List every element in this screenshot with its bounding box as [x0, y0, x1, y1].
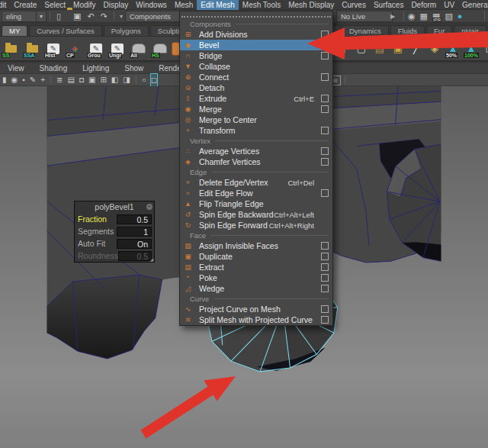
shelf-item-hist[interactable]: ✎Hist: [44, 40, 63, 58]
safe-action-icon[interactable]: ◧: [111, 74, 118, 86]
shelf-item-orange-piece[interactable]: ▮: [335, 40, 352, 58]
panel-menu-show[interactable]: Show: [117, 63, 151, 74]
shelf-tab-dynamics[interactable]: Dynamics: [342, 25, 389, 36]
new-scene-icon[interactable]: ▯: [56, 10, 61, 23]
menubar-item-select[interactable]: Select: [40, 0, 69, 10]
shelf-item-texture-stack[interactable]: ▤: [371, 40, 388, 58]
menu-item-extract[interactable]: ▤Extract: [180, 262, 332, 272]
option-box-icon[interactable]: [321, 73, 329, 81]
menu-item-delete-edge-vertex[interactable]: ×Delete Edge/VertexCtrl+Del: [180, 177, 332, 188]
menubar-item-create[interactable]: Create: [10, 0, 40, 10]
menu-item-connect[interactable]: ⊕Connect: [180, 72, 332, 82]
shelf-tab-fur[interactable]: Fur: [426, 25, 452, 36]
menu-item-split-mesh-with-projected-curve[interactable]: ≋Split Mesh with Projected Curve: [180, 314, 332, 325]
redo-icon[interactable]: ↷: [101, 10, 108, 23]
shelf-tab-curves-surfaces[interactable]: Curves / Surfaces: [29, 25, 102, 36]
option-box-icon[interactable]: [321, 316, 329, 324]
render-settings-icon[interactable]: ▧: [445, 11, 452, 21]
shelf-item-marquee[interactable]: ▢: [353, 40, 370, 58]
ipr-render-icon[interactable]: ▦IPR: [432, 11, 440, 21]
menu-item-duplicate[interactable]: ▣Duplicate: [180, 251, 332, 262]
menu-set-selector[interactable]: eling: [2, 11, 37, 22]
panel-menu-shading[interactable]: Shading: [32, 63, 75, 74]
option-box-icon[interactable]: [321, 52, 329, 60]
menu-item-average-vertices[interactable]: ∴Average Vertices: [180, 146, 332, 156]
menubar-item-deform[interactable]: Deform: [407, 0, 440, 10]
hud-value-field[interactable]: 0.5: [117, 214, 152, 224]
safe-title-icon[interactable]: ◨: [123, 74, 130, 86]
menu-item-poke[interactable]: *Poke: [180, 272, 332, 283]
menubar-item-edit-mesh[interactable]: Edit Mesh: [197, 0, 238, 10]
option-box-icon[interactable]: [321, 158, 329, 166]
two-d-pan-icon[interactable]: +: [40, 74, 45, 86]
shelf-tab-fluids[interactable]: Fluids: [390, 25, 425, 36]
option-box-icon[interactable]: [321, 105, 329, 113]
shelf-item-smooth-100[interactable]: ▲100%: [463, 40, 480, 58]
gate-mask-icon[interactable]: ▣: [88, 74, 95, 86]
option-box-icon[interactable]: [321, 285, 329, 292]
menu-item-flip-triangle-edge[interactable]: ▲Flip Triangle Edge: [180, 198, 332, 209]
menu-item-collapse[interactable]: ▼Collapse: [180, 61, 332, 72]
resolution-gate-icon[interactable]: ◘: [79, 74, 84, 86]
image-plane-icon[interactable]: ✎: [30, 74, 36, 86]
collapse-circle-icon[interactable]: −: [146, 204, 152, 210]
menu-item-project-curve-on-mesh[interactable]: ∿Project Curve on Mesh: [180, 304, 332, 314]
hypershade-sphere-icon[interactable]: ●: [458, 11, 463, 21]
menubar-item-display[interactable]: Display: [100, 0, 133, 10]
option-box-icon[interactable]: [321, 189, 329, 197]
menubar-item-surfaces[interactable]: Surfaces: [370, 0, 407, 10]
shelf-item-diamond[interactable]: ◈: [426, 40, 443, 58]
save-scene-icon[interactable]: ▣: [73, 10, 81, 23]
menu-item-spin-edge-backward[interactable]: ↺Spin Edge BackwardCtrl+Alt+Left: [180, 209, 332, 220]
shelf-item-all[interactable]: All: [130, 40, 148, 58]
undo-icon[interactable]: ↶: [87, 10, 94, 23]
option-box-icon[interactable]: [321, 274, 329, 282]
shelf-item-knife[interactable]: ╱: [408, 40, 425, 58]
menubar-item-edit[interactable]: Edit: [0, 0, 10, 10]
menu-item-chamfer-vertices[interactable]: ◈Chamfer Vertices: [180, 156, 332, 167]
menubar-item-mesh-tools[interactable]: Mesh Tools: [239, 0, 284, 10]
panel-menu-view[interactable]: View: [0, 63, 32, 74]
shelf-item-cube[interactable]: ◻: [481, 40, 488, 58]
camera-select-icon[interactable]: ◉: [11, 74, 18, 86]
camera-icon[interactable]: ▮: [2, 74, 7, 86]
menu-item-bevel[interactable]: ◆Bevel: [180, 40, 332, 50]
menu-item-transform[interactable]: +Transform: [180, 125, 332, 136]
shaded-cube-icon[interactable]: ◻: [151, 74, 157, 86]
option-box-icon[interactable]: [321, 41, 329, 49]
menu-set-caret-icon[interactable]: ▼: [37, 11, 47, 22]
option-box-icon[interactable]: [321, 31, 329, 38]
menubar-item-modify[interactable]: Modify: [69, 0, 99, 10]
shelf-item-grou[interactable]: ✎Grou: [87, 40, 105, 58]
option-box-icon[interactable]: [321, 95, 329, 102]
shelf-item-layers-add[interactable]: ▣: [390, 40, 406, 58]
expand-chevron-icon[interactable]: ▶: [390, 13, 395, 20]
shelf-tab-my[interactable]: MY: [2, 25, 27, 36]
menubar-item-curves[interactable]: Curves: [338, 0, 370, 10]
menu-item-assign-invisible-faces[interactable]: ▨Assign Invisible Faces: [180, 240, 332, 251]
shelf-item-smooth-50[interactable]: ▲50%: [445, 40, 461, 58]
menu-item-detach[interactable]: ⊖Detach: [180, 82, 332, 93]
menubar-item-windows[interactable]: Windows: [132, 0, 171, 10]
menu-item-edit-edge-flow[interactable]: ≈Edit Edge Flow: [180, 188, 332, 198]
shelf-item-ss[interactable]: SS: [2, 40, 20, 58]
menubar-item-mesh-display[interactable]: Mesh Display: [284, 0, 338, 10]
option-box-icon[interactable]: [321, 305, 329, 313]
hud-value-field[interactable]: On: [117, 239, 152, 249]
shelf-item-ssa[interactable]: SSA: [23, 40, 41, 58]
option-box-icon[interactable]: [321, 263, 329, 271]
menubar-item-mesh[interactable]: Mesh: [171, 0, 197, 10]
hud-value-field[interactable]: 1: [117, 227, 152, 237]
render-frame-icon[interactable]: ▦: [420, 11, 428, 21]
shelf-tab-nhair[interactable]: nHair: [454, 25, 486, 36]
menubar-item-uv[interactable]: UV: [440, 0, 458, 10]
menu-item-extrude[interactable]: ⇧ExtrudeCtrl+E: [180, 93, 332, 104]
panel-menu-lighting[interactable]: Lighting: [75, 63, 117, 74]
menu-item-add-divisions[interactable]: ⊞Add Divisions: [180, 29, 332, 40]
wireframe-sphere-icon[interactable]: ○: [142, 74, 146, 86]
option-box-icon[interactable]: [321, 242, 329, 250]
live-surface-field[interactable]: No Live Surface: [336, 11, 393, 22]
selection-mask-caret-icon[interactable]: ▾: [120, 13, 123, 20]
shelf-item-hs[interactable]: HS: [151, 40, 169, 58]
shelf-item-ungr[interactable]: ✎Ungr: [108, 40, 127, 58]
